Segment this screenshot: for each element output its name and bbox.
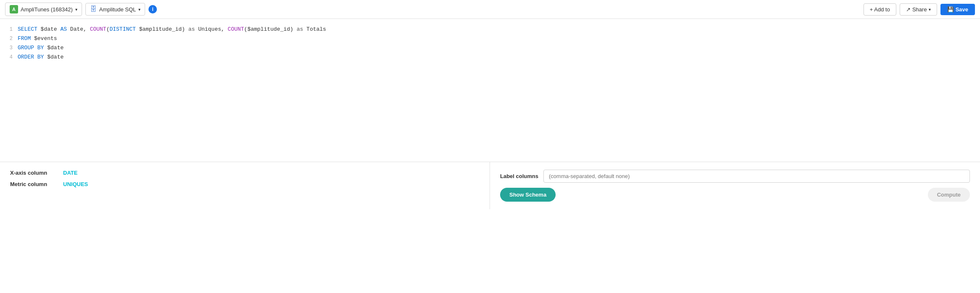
compute-button[interactable]: Compute (928, 188, 970, 202)
sql-token: AS (60, 26, 67, 32)
sql-code: SELECT $date AS Date, COUNT(DISTINCT $am… (18, 25, 326, 34)
sql-code: ORDER BY $date (18, 53, 64, 62)
app-chevron-icon: ▾ (75, 7, 77, 12)
sql-token: Uniques, (195, 26, 228, 32)
info-button[interactable]: i (148, 5, 157, 13)
show-schema-button[interactable]: Show Schema (500, 188, 556, 202)
sql-token: as (188, 26, 195, 32)
action-buttons: Show Schema Compute (500, 188, 970, 202)
sql-token: $events (31, 35, 57, 42)
bottom-panel: X-axis column DATE Metric column UNIQUES… (0, 162, 980, 209)
metric-row: Metric column UNIQUES (10, 181, 479, 187)
sql-token: ORDER BY (18, 54, 44, 60)
sql-token: $date (44, 54, 64, 60)
line-number: 4 (7, 53, 13, 61)
label-columns-label: Label columns (500, 173, 538, 179)
sql-token: COUNT (90, 26, 106, 32)
sql-code: GROUP BY $date (18, 43, 64, 53)
share-chevron-icon: ▾ (929, 7, 931, 12)
sql-line: 2FROM $events (7, 34, 980, 43)
db-selector[interactable]: 🗄 Amplitude SQL ▾ (85, 3, 145, 16)
label-columns-row: Label columns (500, 170, 970, 183)
save-icon: 💾 (947, 6, 954, 13)
sql-token: SELECT (18, 26, 37, 32)
sql-token: $date (44, 45, 64, 51)
sql-token: as (297, 26, 303, 32)
sql-token: FROM (18, 35, 31, 42)
sql-token: $amplitude_id) (136, 26, 188, 32)
share-button[interactable]: ↗ Share ▾ (900, 3, 937, 16)
sql-line: 4ORDER BY $date (7, 53, 980, 62)
sql-code: FROM $events (18, 34, 57, 43)
toolbar: A AmpliTunes (168342) ▾ 🗄 Amplitude SQL … (0, 0, 980, 19)
sql-token: COUNT (228, 26, 244, 32)
sql-token: GROUP BY (18, 45, 44, 51)
share-icon: ↗ (906, 6, 911, 13)
line-number: 2 (7, 35, 13, 43)
sql-editor[interactable]: 1SELECT $date AS Date, COUNT(DISTINCT $a… (0, 19, 980, 162)
label-config: Label columns Show Schema Compute (490, 162, 980, 209)
db-name: Amplitude SQL (99, 6, 136, 13)
app-name: AmpliTunes (168342) (21, 6, 73, 13)
toolbar-actions: + Add to ↗ Share ▾ 💾 Save (863, 3, 975, 16)
add-to-button[interactable]: + Add to (863, 3, 896, 16)
db-chevron-icon: ▾ (138, 7, 140, 12)
label-columns-input[interactable] (543, 170, 970, 183)
x-axis-value: DATE (63, 170, 77, 176)
sql-line: 1SELECT $date AS Date, COUNT(DISTINCT $a… (7, 25, 980, 34)
sql-token: Date, (67, 26, 90, 32)
app-icon: A (10, 5, 18, 13)
app-selector[interactable]: A AmpliTunes (168342) ▾ (5, 3, 82, 16)
axis-config: X-axis column DATE Metric column UNIQUES (0, 162, 490, 209)
sql-token: Totals (303, 26, 326, 32)
save-button[interactable]: 💾 Save (940, 4, 975, 15)
line-number: 3 (7, 44, 13, 52)
line-number: 1 (7, 25, 13, 34)
sql-token: $date (37, 26, 61, 32)
sql-token: DISTINCT (109, 26, 135, 32)
metric-value: UNIQUES (63, 181, 88, 187)
db-icon: 🗄 (90, 5, 97, 13)
sql-token: ($amplitude_id) (244, 26, 297, 32)
x-axis-row: X-axis column DATE (10, 170, 479, 176)
sql-line: 3GROUP BY $date (7, 43, 980, 53)
metric-label: Metric column (10, 181, 56, 187)
x-axis-label: X-axis column (10, 170, 56, 176)
